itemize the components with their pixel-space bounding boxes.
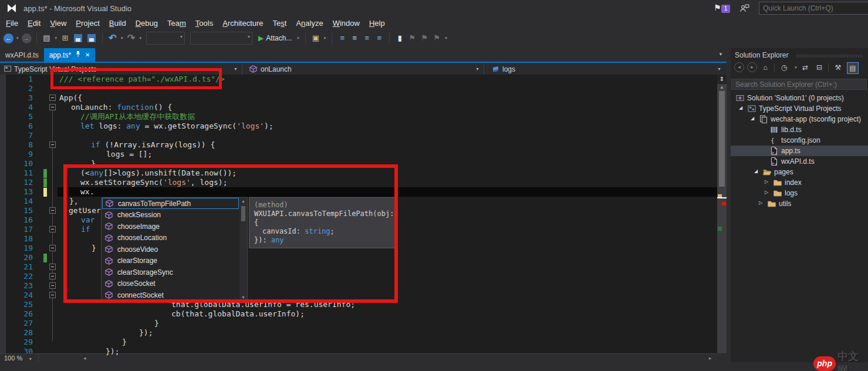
menu-project[interactable]: Project xyxy=(71,17,104,29)
tree-item-index[interactable]: ▷index xyxy=(731,177,868,188)
fold-collapse-button[interactable] xyxy=(49,104,56,110)
tree-item-app.ts[interactable]: app.ts xyxy=(731,146,868,156)
tree-item-tsconfig.json[interactable]: { }tsconfig.json xyxy=(731,135,868,146)
tab-wxAPIdts[interactable]: wxAPI.d.ts xyxy=(0,48,44,62)
code-line[interactable]: }); xyxy=(106,347,119,356)
scroll-left-icon[interactable]: ◂ xyxy=(83,355,86,361)
quick-launch-input[interactable] xyxy=(759,2,868,15)
tab-list-dropdown[interactable]: ▼ xyxy=(718,52,723,57)
fold-collapse-button[interactable] xyxy=(49,273,56,279)
tree-item-logs[interactable]: ▷logs xyxy=(731,188,868,198)
fold-collapse-button[interactable] xyxy=(49,226,56,232)
home-button[interactable]: ⌂ xyxy=(760,62,771,73)
clear-bookmarks-button[interactable]: ⚑ xyxy=(431,32,442,45)
menu-analyze[interactable]: Analyze xyxy=(291,17,327,29)
chevron-expanded-icon[interactable]: ◢ xyxy=(739,105,746,110)
redo-dropdown[interactable]: ▾ xyxy=(139,32,143,45)
forward-button[interactable]: ▸ xyxy=(747,62,757,72)
redo-button[interactable]: ↷ xyxy=(126,32,137,45)
chevron-collapsed-icon[interactable]: ▷ xyxy=(765,179,772,184)
menu-debug[interactable]: Debug xyxy=(131,17,163,29)
code-line[interactable]: logs = []; xyxy=(106,150,152,159)
splitter-handle-icon[interactable]: ⇕ xyxy=(717,75,727,84)
tab-appts[interactable]: app.ts*✕ xyxy=(44,48,96,62)
fold-collapse-button[interactable] xyxy=(49,95,56,101)
menu-architecture[interactable]: Architecture xyxy=(218,17,268,29)
chevron-expanded-icon[interactable]: ◢ xyxy=(754,168,761,174)
decrease-indent-button[interactable]: ≡ xyxy=(362,32,372,45)
fold-collapse-button[interactable] xyxy=(49,264,56,270)
back-button[interactable]: ◂ xyxy=(734,62,744,72)
undo-button[interactable]: ↶ xyxy=(107,32,118,45)
attach-dropdown[interactable]: ▾ xyxy=(296,32,300,45)
menu-tools[interactable]: Tools xyxy=(191,17,218,29)
feedback-icon[interactable] xyxy=(739,3,750,14)
save-all-button[interactable] xyxy=(87,34,96,42)
code-line[interactable]: //调用API从本地缓存中获取数据 xyxy=(80,112,195,122)
collapse-all-button[interactable]: ⊟ xyxy=(814,62,825,73)
save-button[interactable] xyxy=(74,34,82,42)
solution-platforms-combobox[interactable] xyxy=(190,32,252,45)
undo-dropdown[interactable]: ▾ xyxy=(120,32,124,45)
tree-item-TypeScript[interactable]: ◢TypeScript Virtual Projects xyxy=(731,103,868,114)
chevron-collapsed-icon[interactable]: ▷ xyxy=(765,190,772,195)
close-icon[interactable]: ✕ xyxy=(85,52,90,58)
editor-vertical-scrollbar[interactable]: ⇕ ▲ ▼ xyxy=(717,75,727,362)
attach-button[interactable]: Attach... xyxy=(266,34,292,42)
menu-view[interactable]: View xyxy=(45,17,71,29)
menu-file[interactable]: File xyxy=(1,17,23,29)
comment-lines-button[interactable]: ≡ xyxy=(337,32,347,45)
uncomment-lines-button[interactable]: ≡ xyxy=(349,32,360,45)
properties-wrench-button[interactable]: ⚒ xyxy=(833,62,843,73)
pending-changes-filter-button[interactable]: ◷ xyxy=(779,62,789,73)
navigate-forward-button[interactable]: → xyxy=(22,33,32,43)
code-line[interactable]: } xyxy=(122,338,127,347)
editor-zoom-control[interactable]: 100 %▼ xyxy=(0,354,39,362)
menu-edit[interactable]: Edit xyxy=(23,17,45,29)
navbar-field-dropdown[interactable]: logs xyxy=(502,65,515,73)
scrollbar-thumb[interactable] xyxy=(719,91,725,187)
code-line[interactable]: onLaunch: function() { xyxy=(71,103,172,112)
tree-item-utils[interactable]: ▷utils xyxy=(731,198,868,209)
tree-item-wechat-app[interactable]: ◢wechat-app (tsconfig project) xyxy=(731,114,868,124)
navigate-backward-button[interactable]: ← xyxy=(4,33,13,43)
code-line[interactable]: let logs: any = wx.getStorageSync('logs'… xyxy=(80,122,273,131)
tree-item-Solution[interactable]: Solution 'Solution1' (0 projects) xyxy=(731,93,868,103)
fold-collapse-button[interactable] xyxy=(49,141,56,148)
fold-collapse-button[interactable] xyxy=(49,292,56,298)
pin-icon[interactable] xyxy=(75,50,81,59)
menu-team[interactable]: Team xyxy=(163,17,191,29)
find-in-files-button[interactable]: ▣ xyxy=(310,32,321,45)
solution-explorer-search-input[interactable] xyxy=(731,79,867,90)
prev-bookmark-button[interactable]: ⚑ xyxy=(407,32,417,45)
code-line[interactable]: }); xyxy=(139,328,153,338)
menu-help[interactable]: Help xyxy=(364,17,390,29)
new-file-dropdown[interactable]: ▾ xyxy=(54,32,59,45)
tree-item-lib.d.ts[interactable]: lib.d.ts xyxy=(731,124,868,135)
sync-with-active-document-button[interactable]: ⇄ xyxy=(800,62,810,73)
fold-collapse-button[interactable] xyxy=(49,282,56,289)
find-dropdown[interactable]: ▾ xyxy=(323,32,327,45)
zoom-caret-icon[interactable]: ▼ xyxy=(28,357,32,361)
navbar-member-dropdown[interactable]: onLaunch xyxy=(261,65,292,73)
scroll-up-icon[interactable]: ▲ xyxy=(717,85,727,90)
add-item-button[interactable]: ⊞ xyxy=(60,32,70,45)
navbar-member-caret-icon[interactable]: ▼ xyxy=(475,67,479,71)
fold-collapse-button[interactable] xyxy=(49,207,56,214)
fold-collapse-button[interactable] xyxy=(49,245,56,251)
new-file-button[interactable]: ▤ xyxy=(42,32,52,45)
tree-item-pages[interactable]: ◢pages xyxy=(731,167,868,177)
filter-dropdown[interactable]: ▾ xyxy=(793,62,799,73)
solution-configurations-combobox[interactable] xyxy=(146,32,185,45)
attach-play-icon[interactable]: ▶ xyxy=(258,34,264,42)
menu-window[interactable]: Window xyxy=(328,17,364,29)
code-line[interactable]: } xyxy=(154,319,159,328)
bookmark-dropdown[interactable]: ▾ xyxy=(444,32,448,45)
scroll-right-icon[interactable]: ▸ xyxy=(709,355,712,361)
increase-indent-button[interactable]: ≡ xyxy=(374,32,384,45)
next-bookmark-button[interactable]: ⚑ xyxy=(419,32,430,45)
chevron-expanded-icon[interactable]: ◢ xyxy=(751,116,758,121)
chevron-collapsed-icon[interactable]: ▷ xyxy=(759,200,766,205)
navigate-backward-dropdown[interactable]: ▾ xyxy=(15,32,20,45)
navbar-field-caret-icon[interactable]: ▼ xyxy=(717,67,721,71)
